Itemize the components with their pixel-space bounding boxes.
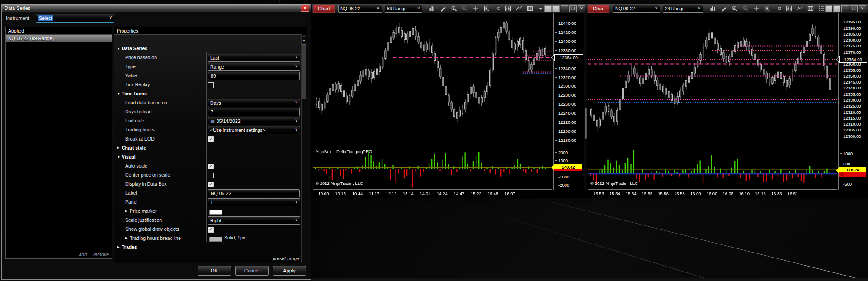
- interval-select[interactable]: 24 Range∨: [663, 5, 703, 13]
- crosshair-icon[interactable]: [472, 5, 479, 12]
- section-chart-style[interactable]: ▶Chart style: [117, 144, 146, 152]
- interval-value: 24 Range: [665, 6, 684, 11]
- price-axis-label: 12305.00: [840, 127, 861, 132]
- property-row-label: Label: [125, 189, 137, 197]
- draw-icon[interactable]: [439, 5, 447, 12]
- scroll-up-icon[interactable]: ▲: [302, 34, 307, 38]
- chart-trader-icon[interactable]: [494, 5, 501, 12]
- property-select-type[interactable]: Range∨: [208, 63, 300, 71]
- property-select-load-data-based-on[interactable]: Days∨: [208, 99, 300, 107]
- overflow-caret-icon[interactable]: [537, 5, 544, 12]
- property-checkbox-center-price-on-scale[interactable]: [208, 173, 214, 178]
- property-checkbox-show-global-draw-objects[interactable]: ✓: [208, 227, 214, 233]
- section-trades[interactable]: ▶Trades: [117, 243, 137, 251]
- minimize-button[interactable]: ─: [561, 5, 568, 12]
- chevron-down-icon: ∨: [295, 100, 298, 104]
- instrument-select[interactable]: NQ 06-22∨: [613, 5, 660, 13]
- instrument-select[interactable]: NQ 06-22∨: [338, 5, 382, 13]
- dialog-titlebar[interactable]: Data Series X: [2, 4, 311, 12]
- property-input-value[interactable]: 89: [208, 72, 300, 80]
- apply-button[interactable]: Apply: [273, 266, 306, 276]
- close-button[interactable]: ✕: [578, 5, 585, 12]
- chevron-down-icon: ∨: [417, 6, 420, 10]
- price-chart-canvas[interactable]: [588, 13, 837, 197]
- property-checkbox-auto-scale[interactable]: ✓: [208, 164, 214, 169]
- instrument-select-value: Select: [38, 15, 53, 21]
- preset-link[interactable]: preset range: [273, 256, 299, 261]
- strategies-icon[interactable]: [796, 5, 803, 12]
- crosshair-icon[interactable]: [753, 5, 760, 12]
- close-button[interactable]: ✕: [859, 5, 866, 12]
- restore-button[interactable]: ❐: [850, 5, 858, 12]
- section-visual[interactable]: ▼Visual: [117, 153, 136, 161]
- section-expander-icon[interactable]: ▼: [117, 47, 122, 50]
- applied-item[interactable]: NQ 06-22 (89 Range): [6, 35, 112, 42]
- property-swatch-price-marker[interactable]: [209, 210, 222, 215]
- cancel-button[interactable]: Cancel: [235, 266, 269, 276]
- property-checkbox-tick-replay[interactable]: [208, 82, 214, 88]
- section-expander-icon[interactable]: ▼: [117, 155, 122, 159]
- chevron-down-icon: ∨: [295, 118, 298, 122]
- scrollbar-thumb[interactable]: [302, 44, 306, 99]
- property-select-panel[interactable]: 1∨: [208, 198, 300, 206]
- chart-titlebar[interactable]: ChartNQ 06-22∨89 Range∨─❐✕: [312, 4, 587, 14]
- properties-scrollbar[interactable]: ▲ ▼: [301, 34, 307, 263]
- chart-badge[interactable]: Chart: [313, 5, 335, 13]
- draw-icon[interactable]: [720, 5, 727, 12]
- price-axis-label: 12320.00: [555, 75, 576, 80]
- data-box-icon[interactable]: [483, 5, 490, 12]
- property-select-end-date[interactable]: ▦05/14/2022∨: [208, 117, 300, 125]
- property-checkbox-display-in-data-box[interactable]: ✓: [208, 182, 214, 187]
- indicators-icon[interactable]: [785, 5, 793, 12]
- strategies-icon[interactable]: [515, 5, 523, 12]
- property-select-scale-justification[interactable]: Right∨: [208, 216, 300, 225]
- select-value: 1: [210, 200, 213, 205]
- row-expander-icon[interactable]: ▶: [125, 209, 130, 213]
- data-box-icon[interactable]: [764, 5, 771, 12]
- remove-link[interactable]: remove: [93, 252, 109, 257]
- section-expander-icon[interactable]: ▶: [117, 146, 122, 150]
- minimize-button[interactable]: ─: [841, 5, 849, 12]
- property-checkbox-break-at-eod[interactable]: ✓: [208, 136, 214, 142]
- properties-icon[interactable]: [807, 5, 814, 12]
- delta-marker-value: 140.42: [554, 164, 582, 169]
- interval-select[interactable]: 89 Range∨: [385, 5, 422, 13]
- section-time-frame[interactable]: ▼Time frame: [117, 89, 147, 98]
- property-select-trading-hours[interactable]: <Use instrument settings>∨: [208, 126, 300, 134]
- time-axis-label: 10:44: [352, 191, 363, 196]
- list-icon[interactable]: [818, 5, 825, 12]
- chart-trader-icon[interactable]: [774, 5, 782, 12]
- properties-icon[interactable]: [526, 5, 533, 12]
- time-axis-label: 15:48: [488, 191, 499, 196]
- indicators-icon[interactable]: [505, 5, 512, 12]
- panel-button[interactable]: [833, 5, 840, 12]
- zoom-in-icon[interactable]: [450, 5, 458, 12]
- property-select-price-based-on[interactable]: Last∨: [208, 54, 300, 62]
- section-data-series[interactable]: ▼Data Series: [117, 44, 147, 52]
- panel-button[interactable]: [544, 5, 552, 12]
- chart-style-icon[interactable]: [429, 5, 436, 12]
- panel-button[interactable]: [825, 5, 832, 12]
- ok-button[interactable]: OK: [198, 266, 231, 276]
- price-chart-canvas[interactable]: [313, 13, 552, 197]
- chart-badge[interactable]: Chart: [588, 5, 609, 13]
- close-icon[interactable]: X: [301, 5, 309, 12]
- property-swatch-trading-hours-break-line[interactable]: [209, 237, 222, 242]
- property-input-days-to-load[interactable]: 7: [208, 108, 300, 116]
- chart-titlebar[interactable]: ChartNQ 06-22∨24 Range∨─❐✕: [587, 4, 868, 14]
- chevron-down-icon: ∨: [295, 64, 298, 68]
- restore-button[interactable]: ❐: [569, 5, 577, 12]
- section-expander-icon[interactable]: ▶: [117, 245, 122, 249]
- panel-button[interactable]: [552, 5, 560, 12]
- section-expander-icon[interactable]: ▼: [117, 92, 122, 95]
- zoom-out-icon: [742, 5, 749, 12]
- row-expander-icon[interactable]: ▶: [125, 236, 130, 240]
- chart-style-icon[interactable]: [709, 5, 717, 12]
- property-input-label[interactable]: NQ 06-22: [208, 189, 300, 197]
- instrument-select[interactable]: Select ∨: [36, 14, 114, 23]
- add-link[interactable]: add: [79, 252, 87, 257]
- property-row-show-global-draw-objects: Show global draw objects: [125, 225, 179, 233]
- zoom-in-icon[interactable]: [731, 5, 738, 12]
- scroll-down-icon[interactable]: ▼: [302, 38, 307, 42]
- property-label: Auto scale: [125, 163, 147, 169]
